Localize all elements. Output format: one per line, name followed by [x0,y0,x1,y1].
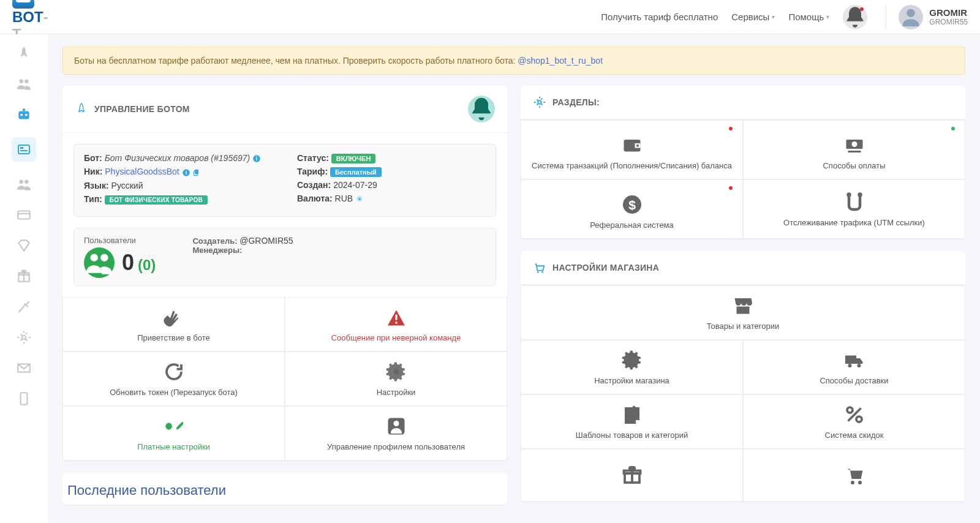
tile-profile-mgmt[interactable]: Управление профилем пользователя [285,406,507,461]
sidebar-bot-icon[interactable] [16,107,32,122]
gear-icon[interactable] [355,195,364,203]
tile-gift-partial[interactable] [521,449,743,502]
svg-rect-9 [18,213,30,214]
creator-label: Создатель: [192,236,239,246]
managers-label: Менеджеры: [192,246,242,255]
tariff-label: Тариф: [297,167,330,176]
svg-point-36 [858,192,862,197]
tile-shopset-label: Настройки магазина [594,376,669,385]
gear-edit-icon [163,415,185,437]
svg-text:i: i [256,156,257,162]
user-name: GROMIR [929,7,968,18]
sidebar-users-icon[interactable] [16,76,32,92]
svg-text:$: $ [628,198,636,212]
svg-rect-14 [21,393,28,405]
truck-icon [843,349,865,371]
gear-icon [385,361,407,383]
bot-notif-button[interactable] [468,96,495,122]
sidebar-rocket-icon[interactable] [16,45,32,61]
tile-goods[interactable]: Товары и категории [521,285,965,340]
user-icon [899,5,923,29]
tile-referral[interactable]: $ Реферальная система [521,179,743,239]
sidebar-diamond-icon[interactable] [16,238,32,254]
profile-icon [385,415,407,437]
notifications-button[interactable] [843,5,867,29]
gift-icon [621,464,643,486]
svg-text:i: i [185,170,186,176]
svg-point-44 [856,416,862,422]
logo-icon [12,0,34,9]
currency-value: RUB [335,194,353,203]
tile-refresh[interactable]: Обновить токен (Перезапуск бота) [62,352,285,406]
svg-rect-1 [18,111,29,119]
nick-value[interactable]: PhysicalGoodssBot [105,167,179,176]
tile-payments[interactable]: Способы оплаты [743,120,965,179]
tile-delivery[interactable]: Способы доставки [743,340,965,394]
tile-wrong-cmd[interactable]: Сообщение при неверной команде [285,297,507,352]
header-nav: Получить тариф бесплатно Сервисы ▾ Помощ… [601,5,968,29]
svg-point-29 [636,145,638,147]
tariff-link[interactable]: Получить тариф бесплатно [601,12,718,22]
tile-settings[interactable]: Настройки [285,352,507,406]
last-users-card: Последние пользователи [62,473,507,505]
shop-settings-card: НАСТРОЙКИ МАГАЗИНА Товары и категории На… [521,251,965,502]
user-block[interactable]: GROMIR GROMIR55 [886,5,968,29]
sidebar-dashboard-icon[interactable] [12,137,36,162]
svg-rect-2 [21,114,23,116]
currency-label: Валюта: [297,194,335,203]
services-label: Сервисы [731,12,769,22]
tile-paid-label: Платные настройки [137,442,210,451]
tile-cart-partial[interactable] [743,449,965,502]
tile-shop-settings[interactable]: Настройки магазина [521,340,743,394]
svg-rect-7 [20,150,28,151]
info-icon[interactable]: i [182,168,190,177]
copy-icon[interactable] [192,168,201,177]
tile-welcome-label: Приветствие в боте [137,333,210,342]
warning-icon [385,306,407,328]
services-menu[interactable]: Сервисы ▾ [731,12,775,22]
sidebar-mail-icon[interactable] [16,360,32,376]
help-menu[interactable]: Помощь ▾ [788,12,829,22]
users-count: 0 [122,250,134,276]
alert-link[interactable]: @shop1_bot_t_ru_bot [518,56,603,66]
users-title: Пользователи [84,236,156,245]
rocket-icon [75,102,88,116]
svg-point-48 [858,481,862,484]
gear-icon [621,349,643,371]
lang-value: Русский [111,181,143,190]
sidebar-gift-icon[interactable] [16,268,32,284]
sidebar-mobile-icon[interactable] [16,391,32,407]
template-icon [621,404,643,426]
info-icon[interactable]: i [252,154,261,163]
bot-info-box: Бот: Бот Физических товаров (#195697) i … [74,144,496,217]
svg-rect-40 [845,356,856,364]
sidebar-group-icon[interactable] [16,176,32,192]
tile-settings-label: Настройки [377,388,416,397]
tile-tracking[interactable]: Отслеживание трафика (UTM ссылки) [743,179,965,239]
tile-goods-label: Товары и категории [707,322,780,331]
svg-rect-5 [18,145,29,154]
dollar-icon: $ [621,194,643,216]
svg-rect-8 [18,211,30,219]
svg-point-41 [848,364,851,367]
status-badge: ВКЛЮЧЕН [331,154,376,164]
sidebar-card-icon[interactable] [16,207,32,223]
tariff-badge[interactable]: Бесплатный [330,167,382,177]
user-subname: GROMIR55 [929,18,968,26]
tile-templates[interactable]: Шаблоны товаров и категорий [521,394,743,449]
creator-value: @GROMIR55 [239,236,293,246]
wave-icon [163,306,185,328]
tile-paid-settings[interactable]: Платные настройки [62,406,285,461]
tile-welcome[interactable]: Приветствие в боте [62,297,285,352]
chevron-down-icon: ▾ [826,13,829,20]
sidebar-gear-icon[interactable] [16,329,32,345]
status-label: Статус: [297,153,331,163]
sidebar-tools-icon[interactable] [16,299,32,315]
wallet-icon [621,134,643,156]
tile-transactions[interactable]: Система транзакций (Пополнения/Списания)… [521,120,743,179]
tile-discounts[interactable]: Система скидок [743,394,965,449]
bot-card-title: УПРАВЛЕНИЕ БОТОМ [94,104,190,114]
logo-text-a: BOT [12,9,43,25]
created-label: Создан: [297,180,333,190]
svg-point-47 [851,481,854,484]
